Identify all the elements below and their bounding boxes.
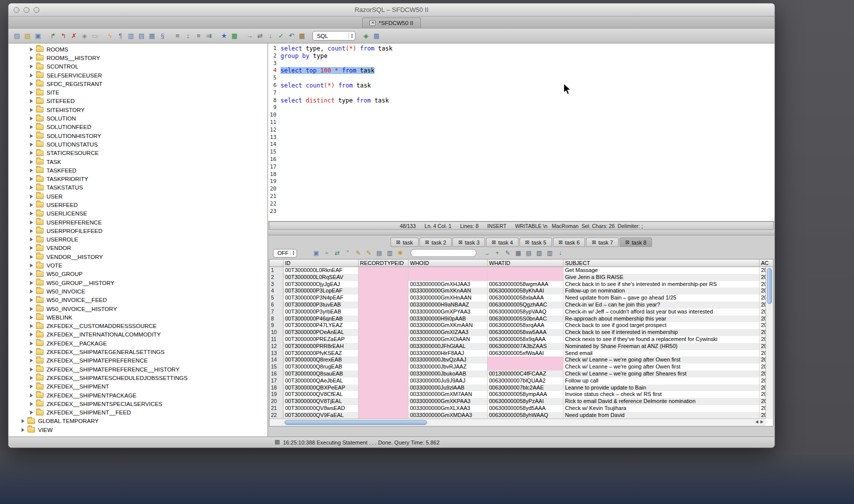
key-icon[interactable]: ✱ [396, 249, 404, 258]
tree-item[interactable]: TASKFEED [8, 166, 268, 174]
save-results-icon[interactable]: ▣ [312, 249, 320, 258]
tree-item[interactable]: VIEW [8, 426, 268, 434]
go-icon[interactable]: → [482, 249, 491, 258]
history-icon[interactable]: ▦ [298, 32, 306, 40]
cell[interactable]: 0033000000GmXKPAA3 [408, 398, 488, 405]
statement-type-select[interactable]: SQL ▲▼ [312, 31, 356, 40]
cell[interactable]: Nominated by Shane Freeman at ANZ (HR50) [564, 343, 760, 350]
tree-item[interactable]: VOTE [8, 261, 268, 270]
cell[interactable] [358, 329, 408, 336]
cell[interactable]: 006300000058yPzAAI [488, 398, 564, 405]
tree-item[interactable]: TASKSTATUS [8, 184, 268, 192]
disclosure-triangle-icon[interactable] [30, 177, 33, 181]
format-icon[interactable]: ≡ [194, 32, 203, 40]
cell[interactable] [358, 274, 408, 281]
table-row[interactable]: 2200T3000000QV9FaEAL0033000000GmXMDAA300… [270, 412, 773, 419]
run-icon[interactable]: → [245, 32, 254, 40]
scroll-arrow-icons[interactable]: ◀ ▶ [755, 420, 764, 424]
tree-item[interactable]: ZKFEDEX__SHIPMENT [8, 382, 268, 391]
code-line[interactable] [280, 141, 774, 148]
tree-item[interactable]: SCONTROL [8, 62, 268, 71]
tree-item[interactable]: SITEHISTORY [8, 106, 268, 114]
cell[interactable]: Invoice status check – check w/ RS first [564, 391, 760, 398]
disclosure-triangle-icon[interactable] [30, 212, 33, 216]
cell[interactable] [358, 350, 408, 357]
cell[interactable]: Send email [564, 350, 760, 357]
table-row[interactable]: 800T3000000P46qnEAB0033000000H9i0pAAB006… [270, 316, 773, 322]
cell[interactable]: 006300000058xlaAAA [488, 294, 564, 302]
code-line[interactable] [280, 186, 774, 193]
cell[interactable]: Check back in to see if she's interested… [564, 281, 760, 288]
disclosure-triangle-icon[interactable] [30, 316, 33, 320]
disclosure-triangle-icon[interactable] [30, 350, 33, 354]
table-row[interactable]: 100T3000000L0RknEAFGet Massage200 [270, 267, 773, 274]
cell[interactable]: 0033000000GmXM7AAN [408, 391, 488, 398]
cell[interactable]: 00T3000000PRR8rEAH [284, 343, 358, 350]
cell[interactable]: 00T3000000QV9FaEAL [284, 412, 358, 419]
cell[interactable]: Follow-up on nomination [564, 288, 760, 294]
column-header-recordtypeid[interactable]: RECORDTYPEID [358, 260, 408, 266]
disclosure-triangle-icon[interactable] [30, 48, 33, 52]
settings-icon[interactable]: ◈ [362, 32, 370, 40]
cell[interactable]: 0033000000H9aNBAAZ [408, 302, 488, 308]
disclosure-triangle-icon[interactable] [30, 125, 33, 129]
cell[interactable]: 00630000005QgzhAAC [488, 302, 564, 308]
results-tab-task-2[interactable]: ⊠task 2 [420, 238, 452, 247]
table-row[interactable]: 2000T3000000QV8TjEAL0033000000GmXKPAA300… [270, 398, 773, 405]
table-row[interactable]: 1800T3000000QBXPeEAP0033000000Ju9zlAAB00… [270, 384, 773, 392]
cell[interactable]: 00T3000000P46qnEAB [284, 316, 358, 322]
vertical-scrollbar[interactable] [766, 267, 773, 418]
fetch-icon[interactable]: ↓ [266, 32, 275, 40]
validate-icon[interactable]: ✓ [276, 32, 286, 40]
minimize-window-icon[interactable] [24, 7, 30, 13]
code-line[interactable]: select count(*) from task [280, 82, 774, 90]
describe-icon[interactable]: ¶ [116, 32, 125, 40]
disclosure-triangle-icon[interactable] [30, 134, 33, 138]
disclosure-triangle-icon[interactable] [30, 255, 33, 259]
column-header-subject[interactable]: SUBJECT [564, 260, 760, 266]
cell[interactable]: Check w/ Kevin Tsujihara [564, 405, 760, 412]
disclosure-triangle-icon[interactable] [30, 298, 33, 302]
download-icon[interactable]: ↓ [556, 249, 564, 258]
table-row[interactable]: 2100T3000000QV8wsEAD0033000000GmXLXAA300… [270, 405, 773, 412]
code-line[interactable]: group by type [280, 52, 774, 60]
tree-item[interactable]: USER [8, 192, 268, 200]
report-icon[interactable]: ▦ [372, 32, 381, 40]
code-line[interactable]: select type, count(*) from task [280, 45, 774, 52]
cell[interactable]: 00T3000000QV8TjEAL [284, 398, 358, 405]
disclosure-triangle-icon[interactable] [30, 281, 33, 285]
zoom-window-icon[interactable] [34, 7, 40, 13]
close-tab-icon[interactable]: ⊠ [525, 240, 529, 245]
tree-item[interactable]: W50_INVOICE__FEED [8, 296, 268, 304]
cell[interactable]: 00630000007blc2AAE [488, 384, 564, 392]
cell[interactable]: 0033000000Ju9zlAAB [408, 384, 488, 392]
cell[interactable]: 006300000058xw5AAA [488, 329, 564, 336]
cell[interactable] [358, 370, 408, 378]
tree-item[interactable]: ZKFEDEX__PACKAGE [8, 339, 268, 348]
disclosure-triangle-icon[interactable] [22, 419, 24, 423]
tree-item[interactable]: SOLUTIONHISTORY [8, 132, 268, 140]
close-tab-icon[interactable]: ⊠ [458, 240, 462, 245]
tree-item[interactable]: TASK [8, 158, 268, 166]
code-line[interactable] [280, 208, 774, 216]
cell[interactable]: 00T3000000Q8rugEAB [284, 364, 358, 370]
disclosure-triangle-icon[interactable] [30, 324, 33, 328]
panel-splitter[interactable] [268, 230, 774, 236]
cell[interactable]: Re-approach about membership this year [564, 316, 760, 322]
cell[interactable]: 00630000005S0bnAAC [488, 316, 564, 322]
cell[interactable]: 006300000058ypVAAQ [488, 308, 564, 316]
code-line[interactable] [280, 156, 774, 164]
cell[interactable]: 00T3000000P47LYEAZ [284, 322, 358, 329]
tree-item[interactable]: TASKPRIORITY [8, 174, 268, 183]
table-row[interactable]: 600T3000000P3tuvEAB0033000000H9aNBAAZ006… [270, 302, 773, 308]
tree-item[interactable]: SITEFEED [8, 97, 268, 106]
disclosure-triangle-icon[interactable] [30, 56, 33, 60]
cell[interactable]: Get Massage [564, 267, 760, 274]
cell[interactable] [488, 364, 564, 370]
cell[interactable]: Check back to see if interested in membe… [564, 329, 760, 336]
edit-next-icon[interactable]: ✎ [364, 249, 373, 258]
tree-item[interactable]: ZKFEDEX__SHIPMENTSPECIALSERVICES [8, 400, 268, 408]
cell[interactable]: 006300000058yd5AAA [488, 405, 564, 412]
cell[interactable] [358, 322, 408, 329]
code-line[interactable] [280, 134, 774, 142]
